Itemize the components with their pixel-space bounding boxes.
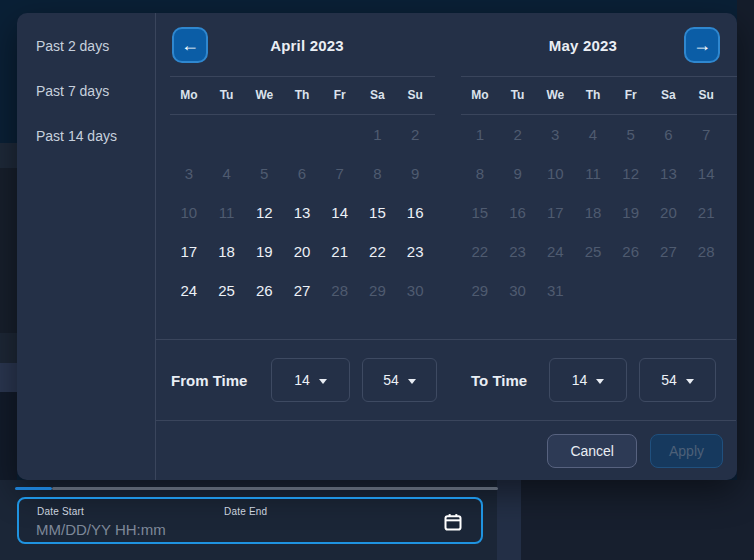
day-empty	[687, 271, 725, 310]
day-may-15: 15	[461, 193, 499, 232]
day-may-24: 24	[536, 232, 574, 271]
preset-list: Past 2 daysPast 7 daysPast 14 days	[17, 13, 156, 480]
day-may-13: 13	[650, 154, 688, 193]
day-empty	[574, 271, 612, 310]
day-may-22: 22	[461, 232, 499, 271]
weekday-label: Sa	[650, 77, 688, 114]
preset-past-7-days[interactable]: Past 7 days	[36, 83, 155, 99]
weekday-label: We	[536, 77, 574, 114]
day-april-24[interactable]: 24	[170, 271, 208, 310]
page-column-gap	[497, 480, 521, 560]
day-april-12[interactable]: 12	[245, 193, 283, 232]
day-may-20: 20	[650, 193, 688, 232]
weekday-label: Fr	[321, 77, 359, 114]
weekday-label: Mo	[461, 77, 499, 114]
weekday-label: Fr	[612, 77, 650, 114]
day-april-17[interactable]: 17	[170, 232, 208, 271]
day-empty	[321, 115, 359, 154]
to-minute-value: 54	[661, 372, 677, 388]
day-may-9: 9	[499, 154, 537, 193]
day-april-28: 28	[321, 271, 359, 310]
day-april-27[interactable]: 27	[283, 271, 321, 310]
weekday-label: Su	[396, 77, 434, 114]
day-may-21: 21	[687, 193, 725, 232]
day-april-14[interactable]: 14	[321, 193, 359, 232]
day-may-17: 17	[536, 193, 574, 232]
day-empty	[170, 115, 208, 154]
time-selection-row: From Time 14 54 To Time 14 54	[156, 339, 736, 420]
day-may-12: 12	[612, 154, 650, 193]
day-april-15[interactable]: 15	[359, 193, 397, 232]
day-april-5: 5	[245, 154, 283, 193]
day-april-1: 1	[359, 115, 397, 154]
date-end-input[interactable]	[223, 519, 423, 539]
from-time-label: From Time	[171, 340, 247, 421]
to-minute-select[interactable]: 54	[639, 358, 716, 402]
to-hour-value: 14	[572, 372, 588, 388]
day-may-10: 10	[536, 154, 574, 193]
picker-main: ← → April 2023 May 2023 MoTuWeThFrSaSu M…	[156, 13, 737, 480]
to-hour-select[interactable]: 14	[549, 358, 627, 402]
day-may-6: 6	[650, 115, 688, 154]
page-background-row	[0, 363, 17, 392]
day-may-3: 3	[536, 115, 574, 154]
day-may-31: 31	[536, 271, 574, 310]
cancel-button[interactable]: Cancel	[547, 434, 637, 468]
from-minute-select[interactable]: 54	[362, 358, 437, 402]
day-may-11: 11	[574, 154, 612, 193]
weekday-label: Mo	[170, 77, 208, 114]
weekday-header: MoTuWeThFrSaSu	[461, 76, 737, 115]
preset-past-2-days[interactable]: Past 2 days	[36, 38, 155, 54]
weekday-label: Th	[574, 77, 612, 114]
calendar-icon[interactable]	[443, 512, 463, 532]
day-april-30: 30	[396, 271, 434, 310]
calendar-month-title: May 2023	[446, 37, 720, 54]
preset-past-14-days[interactable]: Past 14 days	[36, 128, 155, 144]
day-april-7: 7	[321, 154, 359, 193]
day-empty	[283, 115, 321, 154]
day-empty	[612, 271, 650, 310]
day-may-29: 29	[461, 271, 499, 310]
day-may-18: 18	[574, 193, 612, 232]
day-may-25: 25	[574, 232, 612, 271]
day-may-4: 4	[574, 115, 612, 154]
from-hour-select[interactable]: 14	[271, 358, 350, 402]
weekday-label: Tu	[499, 77, 537, 114]
day-may-1: 1	[461, 115, 499, 154]
calendar-grid-may: 1234567891011121314151617181920212223242…	[461, 115, 725, 310]
weekday-header: MoTuWeThFrSaSu	[170, 76, 435, 115]
day-may-27: 27	[650, 232, 688, 271]
page-background-row	[0, 168, 17, 333]
date-start-input[interactable]	[36, 519, 216, 539]
day-may-16: 16	[499, 193, 537, 232]
page-right-margin	[737, 0, 754, 480]
day-may-26: 26	[612, 232, 650, 271]
day-april-3: 3	[170, 154, 208, 193]
underline-accent	[15, 487, 52, 490]
day-april-29: 29	[359, 271, 397, 310]
weekday-label: Tu	[208, 77, 246, 114]
day-april-20[interactable]: 20	[283, 232, 321, 271]
day-empty	[650, 271, 688, 310]
to-time-label: To Time	[471, 340, 527, 421]
dialog-footer: Cancel Apply	[156, 420, 736, 480]
day-april-21[interactable]: 21	[321, 232, 359, 271]
day-april-10: 10	[170, 193, 208, 232]
from-hour-value: 14	[294, 372, 310, 388]
day-may-2: 2	[499, 115, 537, 154]
day-april-13[interactable]: 13	[283, 193, 321, 232]
apply-button[interactable]: Apply	[650, 434, 723, 468]
day-april-6: 6	[283, 154, 321, 193]
day-april-23[interactable]: 23	[396, 232, 434, 271]
date-range-picker-dialog: Past 2 daysPast 7 daysPast 14 days ← → A…	[17, 13, 737, 480]
day-april-25[interactable]: 25	[208, 271, 246, 310]
day-april-22[interactable]: 22	[359, 232, 397, 271]
day-april-19[interactable]: 19	[245, 232, 283, 271]
date-range-field: Date Start Date End	[17, 497, 483, 544]
day-april-26[interactable]: 26	[245, 271, 283, 310]
day-april-18[interactable]: 18	[208, 232, 246, 271]
day-may-28: 28	[687, 232, 725, 271]
date-start-label: Date Start	[37, 506, 84, 517]
day-april-16[interactable]: 16	[396, 193, 434, 232]
day-april-9: 9	[396, 154, 434, 193]
